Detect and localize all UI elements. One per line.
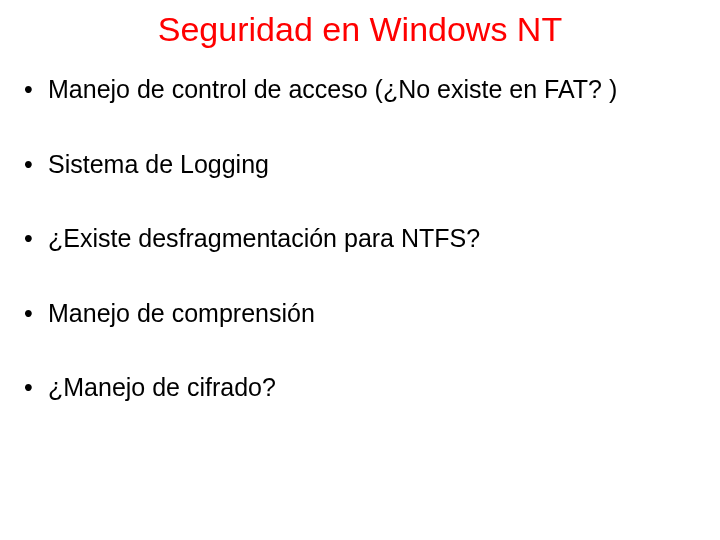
bullet-list: Manejo de control de acceso (¿No existe … (20, 73, 700, 404)
bullet-item: Sistema de Logging (20, 148, 700, 181)
bullet-item: Manejo de comprensión (20, 297, 700, 330)
bullet-item: ¿Existe desfragmentación para NTFS? (20, 222, 700, 255)
bullet-item: ¿Manejo de cifrado? (20, 371, 700, 404)
slide-title: Seguridad en Windows NT (20, 10, 700, 49)
bullet-item: Manejo de control de acceso (¿No existe … (20, 73, 700, 106)
